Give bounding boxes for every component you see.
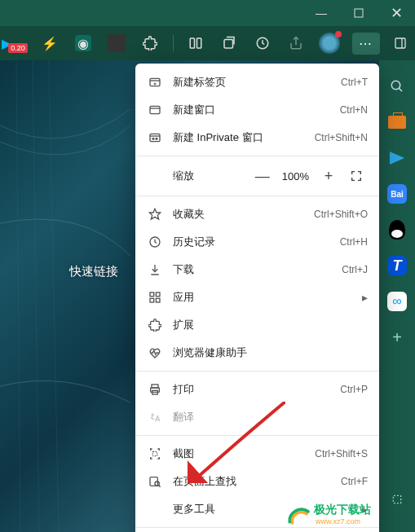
menu-separator: [135, 196, 379, 196]
history-icon: [147, 234, 163, 250]
print-item[interactable]: 打印 Ctrl+P: [135, 376, 379, 403]
menu-item-label: 收藏夹: [173, 207, 314, 222]
sidebar-toggle-icon[interactable]: [391, 32, 410, 55]
extensions-item[interactable]: 扩展: [135, 311, 379, 339]
menu-item-label: 截图: [173, 446, 315, 461]
qq-icon[interactable]: [386, 218, 408, 241]
zoom-out-button[interactable]: —: [251, 165, 274, 187]
svg-rect-0: [355, 9, 363, 17]
quick-links-label: 快速链接: [69, 264, 118, 279]
inprivate-icon: [147, 130, 163, 146]
avatar-thumbnail[interactable]: [106, 32, 128, 55]
svg-rect-14: [150, 106, 160, 113]
collections-icon[interactable]: [219, 32, 241, 55]
menu-item-label: 在页面上查找: [173, 474, 341, 489]
share-icon[interactable]: [285, 32, 307, 55]
download-icon: [147, 262, 163, 278]
shortcut-label: Ctrl+J: [342, 264, 368, 275]
svg-rect-3: [224, 40, 233, 49]
screenshot-icon: [147, 446, 163, 462]
svg-point-7: [391, 81, 400, 90]
favorites-item[interactable]: 收藏夹 Ctrl+Shift+O: [135, 200, 379, 228]
downloads-item[interactable]: 下载 Ctrl+J: [135, 256, 379, 284]
more-menu-button[interactable]: ⋯: [352, 33, 380, 55]
new-tab-icon: [147, 74, 163, 90]
apps-icon: [147, 289, 163, 306]
fullscreen-sidebar-icon[interactable]: [386, 488, 408, 511]
shortcut-label: Ctrl+T: [341, 77, 368, 88]
bolt-icon[interactable]: ⚡: [39, 32, 61, 55]
menu-item-label: 新建标签页: [173, 75, 341, 90]
new-window-icon: [147, 102, 163, 118]
print-icon: [147, 381, 163, 398]
shortcut-label: Ctrl+Shift+S: [315, 448, 368, 459]
profile-icon[interactable]: [319, 32, 341, 55]
play-icon[interactable]: ▶0.20: [5, 32, 28, 55]
browser-toolbar: ▶0.20 ⚡ ◉ ⋯: [0, 26, 415, 60]
zoom-value: 100%: [282, 170, 309, 182]
menu-item-label: 扩展: [173, 318, 368, 332]
health-item[interactable]: 浏览器健康助手: [135, 339, 379, 367]
svg-rect-5: [395, 38, 405, 48]
new-window-item[interactable]: 新建窗口 Ctrl+N: [135, 96, 379, 124]
translate-icon: [147, 409, 163, 425]
svg-rect-29: [152, 451, 157, 455]
tencent-icon[interactable]: T: [386, 254, 408, 277]
close-button[interactable]: ✕: [377, 0, 415, 26]
zoom-label: 缩放: [173, 169, 251, 183]
svg-marker-20: [149, 209, 160, 219]
cloud-icon[interactable]: ∞: [386, 290, 408, 313]
shortcut-label: Ctrl+Shift+N: [315, 132, 368, 143]
svg-rect-24: [150, 298, 154, 302]
separator: [173, 35, 174, 51]
minimize-button[interactable]: —: [302, 0, 340, 26]
screenshot-item[interactable]: 截图 Ctrl+Shift+S: [135, 440, 379, 468]
history-toolbar-icon[interactable]: [252, 32, 274, 55]
watermark-logo-icon: [285, 501, 311, 527]
menu-item-label: 新建 InPrivate 窗口: [173, 130, 315, 145]
menu-item-label: 应用: [173, 290, 362, 305]
watermark: 极光下载站 www.xz7.com: [285, 501, 371, 527]
briefcase-icon[interactable]: [386, 111, 408, 134]
apps-item[interactable]: 应用 ▸: [135, 284, 379, 311]
history-item[interactable]: 历史记录 Ctrl+H: [135, 228, 379, 256]
zoom-controls: 缩放 — 100% +: [135, 160, 379, 191]
telegram-icon[interactable]: [386, 147, 408, 169]
translate-item[interactable]: 翻译: [135, 403, 379, 431]
chevron-right-icon: ▸: [362, 291, 368, 304]
extensions-puzzle-icon[interactable]: [139, 32, 161, 55]
search-icon[interactable]: [386, 75, 408, 98]
new-inprivate-item[interactable]: 新建 InPrivate 窗口 Ctrl+Shift+N: [135, 124, 379, 152]
menu-separator: [135, 371, 379, 372]
add-sidebar-button[interactable]: +: [386, 326, 408, 349]
svg-point-19: [156, 138, 157, 139]
svg-rect-16: [150, 134, 160, 141]
menu-item-label: 浏览器健康助手: [173, 345, 368, 360]
menu-separator: [135, 435, 379, 436]
new-tab-item[interactable]: 新建标签页 Ctrl+T: [135, 68, 379, 96]
maximize-button[interactable]: [340, 0, 377, 26]
shortcut-label: Ctrl+P: [340, 384, 368, 395]
zoom-in-button[interactable]: +: [317, 165, 340, 187]
shortcut-label: Ctrl+N: [340, 104, 368, 116]
watermark-url: www.xz7.com: [316, 517, 371, 525]
svg-rect-9: [393, 495, 400, 503]
fullscreen-button[interactable]: [345, 165, 368, 187]
svg-point-18: [152, 138, 154, 139]
svg-rect-22: [150, 292, 154, 297]
baidu-icon[interactable]: Bai: [386, 182, 408, 205]
puzzle-icon: [147, 317, 163, 333]
find-item[interactable]: 在页面上查找 Ctrl+F: [135, 468, 379, 495]
heart-pulse-icon: [147, 345, 163, 361]
split-screen-icon[interactable]: [185, 32, 207, 55]
main-menu: 新建标签页 Ctrl+T 新建窗口 Ctrl+N 新建 InPrivate 窗口…: [135, 64, 379, 532]
menu-separator: [135, 527, 379, 528]
menu-item-label: 新建窗口: [173, 103, 340, 117]
menu-item-label: 翻译: [173, 410, 368, 424]
menu-item-label: 打印: [173, 382, 340, 397]
menu-item-label: 历史记录: [173, 235, 340, 249]
find-icon: [147, 473, 163, 490]
app-square-icon[interactable]: ◉: [73, 32, 95, 55]
shortcut-label: Ctrl+Shift+O: [314, 209, 368, 220]
svg-rect-2: [197, 38, 201, 48]
